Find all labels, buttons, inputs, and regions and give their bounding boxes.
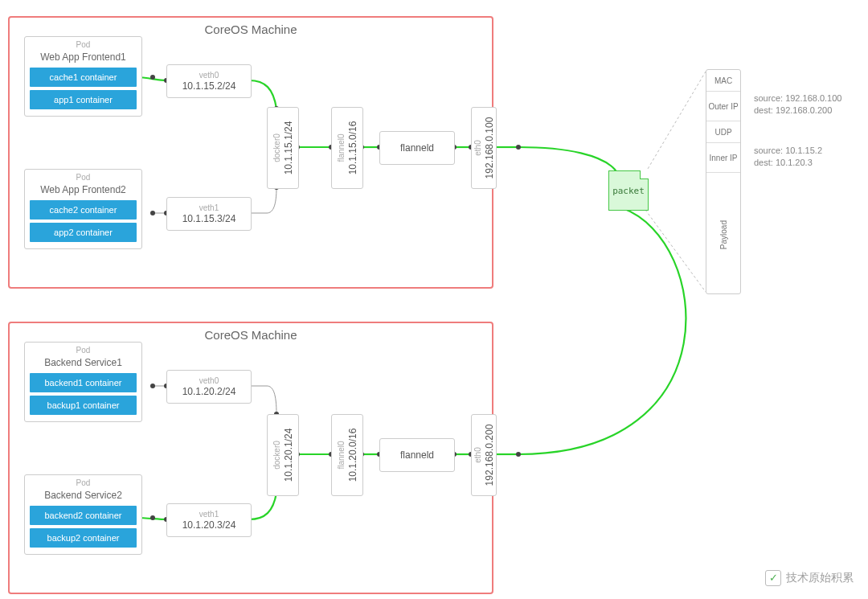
- container-backup1: backup1 container: [30, 396, 137, 415]
- flannel0-label: flannel0: [336, 429, 347, 482]
- outer-dst: dest: 192.168.0.200: [754, 105, 841, 117]
- flanneld-label: flanneld: [400, 142, 434, 154]
- diagram-canvas: .g{stroke:#28d428;stroke-width:2.2;fill:…: [0, 0, 868, 599]
- svg-point-11: [516, 145, 521, 150]
- container-backend1: backend1 container: [30, 373, 137, 392]
- flannel0-m1: flannel010.1.15.0/16: [331, 107, 363, 189]
- flannel0-ip: 10.1.20.0/16: [347, 429, 358, 482]
- flanneld-m2: flanneld: [379, 438, 455, 472]
- eth0-m1: eth0192.168.0.100: [471, 107, 497, 189]
- eth0-label: eth0: [473, 117, 484, 179]
- packet-stack: MAC Outer IP UDP Inner IP Payload: [706, 69, 741, 294]
- pod-name: Web App Frontend2: [25, 184, 141, 195]
- veth1-label: veth1: [199, 203, 219, 213]
- docker0-ip: 10.1.15.1/24: [283, 121, 294, 175]
- wechat-icon: ✓: [765, 570, 781, 586]
- veth0-m1: veth0 10.1.15.2/24: [166, 64, 252, 98]
- veth0-ip: 10.1.15.2/24: [182, 80, 236, 92]
- inner-src: source: 10.1.15.2: [754, 145, 822, 157]
- packet-label: packet: [612, 186, 645, 196]
- veth1-m1: veth1 10.1.15.3/24: [166, 197, 252, 231]
- docker0-label: docker0: [272, 429, 283, 482]
- veth0-label: veth0: [199, 70, 219, 80]
- packet-fold-icon: [640, 170, 649, 179]
- veth0-ip: 10.1.20.2/24: [182, 386, 236, 398]
- packet-box: packet: [608, 170, 649, 211]
- pod-name: Backend Service2: [25, 490, 141, 501]
- pod-backend1: Pod Backend Service1 backend1 container …: [24, 342, 142, 422]
- container-cache1: cache1 container: [30, 68, 137, 87]
- container-app1: app1 container: [30, 90, 137, 109]
- machine-1-title: CoreOS Machine: [204, 23, 297, 36]
- veth0-m2: veth0 10.1.20.2/24: [166, 370, 252, 404]
- veth1-m2: veth1 10.1.20.3/24: [166, 503, 252, 537]
- pod-label: Pod: [25, 478, 141, 488]
- stack-udp: UDP: [714, 128, 731, 137]
- pod-name: Web App Frontend1: [25, 51, 141, 63]
- docker0-m2: docker010.1.20.1/24: [267, 414, 299, 496]
- stack-payload: Payload: [719, 220, 728, 249]
- docker0-label: docker0: [272, 121, 283, 175]
- flannel0-m2: flannel010.1.20.0/16: [331, 414, 363, 496]
- pod-label: Pod: [25, 346, 141, 355]
- svg-point-31: [516, 452, 521, 457]
- container-cache2: cache2 container: [30, 200, 137, 219]
- veth1-ip: 10.1.15.3/24: [182, 213, 236, 225]
- container-backup2: backup2 container: [30, 528, 137, 548]
- stack-outer-ip: Outer IP: [708, 102, 738, 111]
- watermark-text: 技术原始积累: [786, 571, 854, 585]
- veth1-label: veth1: [199, 509, 219, 519]
- pod-name: Backend Service1: [25, 357, 141, 368]
- container-app2: app2 container: [30, 223, 137, 242]
- pod-frontend1: Pod Web App Frontend1 cache1 container a…: [24, 36, 142, 117]
- veth1-ip: 10.1.20.3/24: [182, 519, 236, 531]
- eth0-m2: eth0192.168.0.200: [471, 414, 497, 496]
- docker0-ip: 10.1.20.1/24: [283, 429, 294, 482]
- outer-src: source: 192.168.0.100: [754, 92, 841, 105]
- inner-ip-info: source: 10.1.15.2 dest: 10.1.20.3: [754, 145, 822, 169]
- stack-mac: MAC: [714, 76, 732, 85]
- watermark: ✓ 技术原始积累: [765, 570, 854, 586]
- outer-ip-info: source: 192.168.0.100 dest: 192.168.0.20…: [754, 92, 841, 117]
- pod-backend2: Pod Backend Service2 backend2 container …: [24, 474, 142, 555]
- flanneld-label: flanneld: [400, 449, 434, 462]
- pod-frontend2: Pod Web App Frontend2 cache2 container a…: [24, 169, 142, 249]
- eth0-ip: 192.168.0.200: [484, 425, 495, 486]
- flannel0-ip: 10.1.15.0/16: [347, 121, 358, 175]
- flannel0-label: flannel0: [336, 121, 347, 175]
- docker0-m1: docker010.1.15.1/24: [267, 107, 299, 189]
- flanneld-m1: flanneld: [379, 131, 455, 165]
- stack-inner-ip: Inner IP: [709, 154, 737, 162]
- eth0-ip: 192.168.0.100: [484, 117, 495, 179]
- inner-dst: dest: 10.1.20.3: [754, 157, 822, 169]
- veth0-label: veth0: [199, 375, 219, 386]
- pod-label: Pod: [25, 173, 141, 183]
- eth0-label: eth0: [473, 425, 484, 486]
- pod-label: Pod: [25, 40, 141, 50]
- machine-2-title: CoreOS Machine: [204, 328, 297, 342]
- container-backend2: backend2 container: [30, 506, 137, 525]
